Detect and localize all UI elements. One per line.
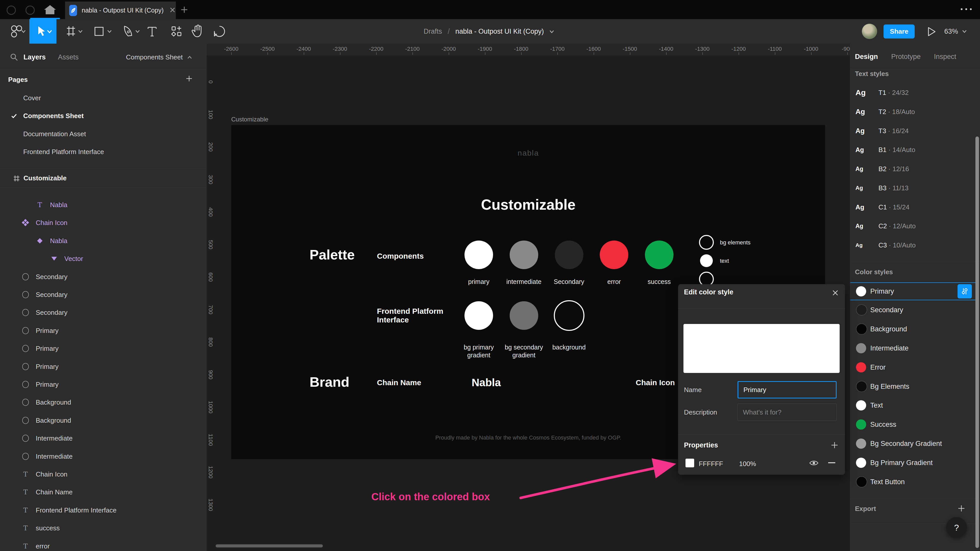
color-style-row-success[interactable]: Success — [850, 416, 977, 433]
layer-row[interactable]: Background — [0, 394, 206, 410]
color-style-row-intermediate[interactable]: Intermediate — [850, 340, 977, 357]
mini-swatch[interactable] — [700, 254, 713, 267]
layer-row[interactable]: Vector — [0, 251, 206, 267]
text-style-row[interactable]: AgB2 · 12/16 — [850, 161, 980, 177]
zoom-menu[interactable]: 63% — [944, 19, 968, 44]
text-style-row[interactable]: AgB1 · 14/Auto — [850, 141, 980, 158]
brand-title[interactable]: Brand — [310, 374, 349, 390]
color-style-row-bg-primary-gradient[interactable]: Bg Primary Gradient — [850, 454, 977, 471]
layer-row[interactable]: Intermediate — [0, 430, 206, 446]
chain-name-value[interactable]: Nabla — [472, 376, 501, 389]
pen-tool[interactable] — [118, 19, 145, 44]
palette-swatch-error[interactable] — [600, 241, 628, 269]
chain-icon-label[interactable]: Chain Icon — [636, 378, 675, 387]
comment-tool[interactable] — [209, 19, 230, 44]
layer-row[interactable]: Primary — [0, 340, 206, 357]
description-input[interactable]: What's it for? — [738, 403, 837, 421]
layer-row[interactable]: Nabla — [0, 233, 206, 249]
add-export-icon[interactable] — [957, 504, 966, 513]
file-tab[interactable]: nabla - Outpost UI Kit (Copy) — [65, 2, 176, 19]
layer-row[interactable]: Secondary — [0, 304, 206, 321]
palette-swatch-primary[interactable] — [465, 241, 493, 269]
sidebar-tab-layers[interactable]: Layers — [24, 53, 46, 61]
palette-swatch-intermediate[interactable] — [510, 241, 538, 269]
color-style-row-background[interactable]: Background — [850, 321, 977, 338]
avatar[interactable] — [862, 24, 877, 39]
frame-tool[interactable] — [61, 19, 87, 44]
layer-row[interactable]: TChain Name — [0, 484, 206, 500]
mini-swatch[interactable] — [699, 235, 714, 250]
close-icon[interactable] — [831, 289, 839, 298]
home-icon[interactable] — [41, 4, 59, 16]
layer-row[interactable]: Chain Icon — [0, 214, 206, 231]
text-style-row[interactable]: AgC3 · 10/Auto — [850, 237, 980, 253]
color-style-row-bg-elements[interactable]: Bg Elements — [850, 378, 977, 395]
text-style-row[interactable]: AgB3 · 11/13 — [850, 180, 980, 196]
layer-row[interactable]: Tsuccess — [0, 520, 206, 536]
inspector-tab-inspect[interactable]: Inspect — [934, 53, 956, 61]
page-row[interactable]: Frontend Platform Interface — [0, 144, 206, 160]
add-property-icon[interactable] — [830, 441, 839, 451]
sidebar-scrollbar[interactable] — [975, 137, 979, 548]
root-frame-row[interactable]: Customizable — [24, 174, 67, 182]
fpi-swatch[interactable] — [510, 301, 538, 330]
close-tab-icon[interactable] — [169, 6, 176, 14]
palette-swatch-secondary[interactable] — [555, 241, 584, 269]
layer-row[interactable]: Background — [0, 412, 206, 429]
inspector-tab-prototype[interactable]: Prototype — [891, 53, 921, 61]
help-button[interactable]: ? — [946, 517, 967, 538]
text-style-row[interactable]: AgT3 · 16/24 — [850, 123, 980, 139]
sidebar-tab-assets[interactable]: Assets — [58, 53, 79, 61]
palette-swatch-success[interactable] — [645, 241, 673, 269]
layer-row[interactable]: Terror — [0, 538, 206, 551]
page-row[interactable]: Documentation Asset — [0, 127, 206, 142]
fpi-swatch[interactable] — [554, 300, 584, 331]
move-tool[interactable] — [29, 19, 56, 44]
color-style-row-primary[interactable]: Primary — [850, 283, 977, 300]
new-tab-icon[interactable] — [180, 6, 188, 15]
fpi-title[interactable]: Frontend Platform Interface — [377, 307, 443, 324]
search-icon[interactable] — [10, 53, 18, 62]
layer-row[interactable]: Secondary — [0, 286, 206, 303]
remove-property-icon[interactable] — [828, 462, 835, 463]
layer-row[interactable]: Primary — [0, 322, 206, 339]
layer-row[interactable]: Intermediate — [0, 448, 206, 465]
window-control-icon[interactable] — [6, 6, 16, 15]
page-row[interactable]: Components Sheet — [0, 108, 206, 124]
visibility-eye-icon[interactable] — [809, 458, 819, 468]
layer-row[interactable]: TNabla — [0, 197, 206, 213]
present-icon[interactable] — [924, 24, 939, 38]
chain-name-label[interactable]: Chain Name — [377, 378, 421, 387]
color-style-row-error[interactable]: Error — [850, 359, 977, 376]
text-style-row[interactable]: AgT2 · 18/Auto — [850, 103, 980, 120]
name-input[interactable]: Primary — [738, 381, 837, 399]
more-menu-icon[interactable] — [959, 6, 974, 13]
canvas-heading[interactable]: Customizable — [481, 196, 576, 213]
layer-row[interactable]: Primary — [0, 376, 206, 392]
color-style-row-secondary[interactable]: Secondary — [850, 302, 977, 318]
canvas-frame-label[interactable]: Customizable — [231, 116, 268, 123]
inspector-tab-design[interactable]: Design — [855, 53, 878, 61]
color-style-row-bg-secondary-gradient[interactable]: Bg Secondary Gradient — [850, 435, 977, 452]
fpi-swatch[interactable] — [465, 301, 493, 330]
breadcrumb-file-title[interactable]: nabla - Outpost UI Kit (Copy) — [455, 27, 544, 35]
window-control-icon[interactable] — [25, 6, 35, 15]
property-color-swatch[interactable] — [686, 459, 694, 467]
shape-tool[interactable] — [89, 19, 116, 44]
resources-tool[interactable] — [164, 19, 188, 44]
text-style-row[interactable]: AgT1 · 24/32 — [850, 84, 980, 101]
color-style-row-text-button[interactable]: Text Button — [850, 473, 977, 490]
palette-title[interactable]: Palette — [310, 247, 355, 262]
chevron-down-icon[interactable] — [547, 27, 556, 36]
nabla-logo-text[interactable]: nabla — [517, 149, 539, 157]
share-button[interactable]: Share — [883, 24, 915, 38]
color-preview-swatch[interactable] — [683, 324, 840, 373]
text-tool[interactable] — [142, 19, 162, 44]
style-settings-button[interactable] — [958, 284, 972, 299]
add-page-icon[interactable] — [185, 75, 193, 83]
property-opacity-value[interactable]: 100% — [739, 460, 756, 468]
breadcrumb-project[interactable]: Drafts — [424, 27, 442, 35]
text-style-row[interactable]: AgC1 · 15/24 — [850, 199, 980, 215]
hand-tool[interactable] — [187, 19, 208, 44]
layer-row[interactable]: Secondary — [0, 268, 206, 285]
